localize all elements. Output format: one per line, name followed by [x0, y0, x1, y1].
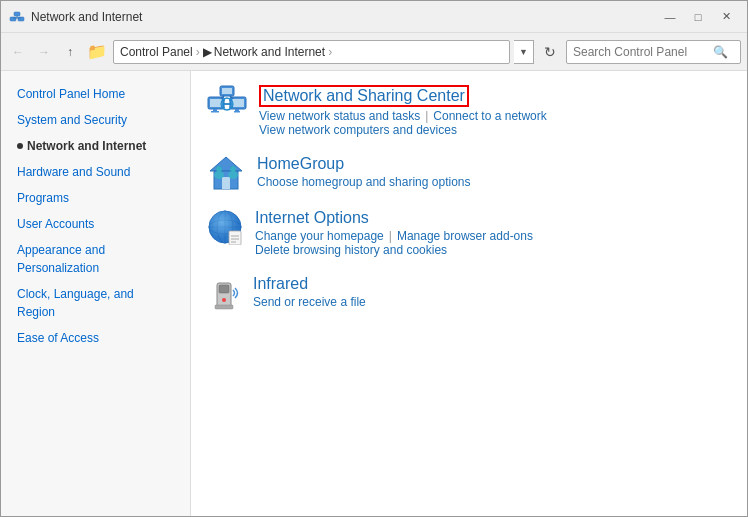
path-control-panel[interactable]: Control Panel — [120, 45, 193, 59]
back-button[interactable]: ← — [7, 41, 29, 63]
window-title: Network and Internet — [31, 10, 657, 24]
search-input[interactable] — [573, 45, 713, 59]
folder-icon: 📁 — [87, 42, 107, 61]
sidebar-item-clock-language[interactable]: Clock, Language, and Region — [1, 281, 190, 325]
svg-rect-7 — [210, 99, 222, 107]
svg-point-43 — [222, 298, 226, 302]
sidebar-item-ease-of-access[interactable]: Ease of Access — [1, 325, 190, 351]
content-area: Network and Sharing Center View network … — [191, 71, 747, 516]
homegroup-title[interactable]: HomeGroup — [257, 155, 344, 173]
svg-rect-42 — [219, 285, 229, 293]
sidebar-item-control-panel-home[interactable]: Control Panel Home — [1, 81, 190, 107]
maximize-button[interactable]: □ — [685, 7, 711, 27]
svg-rect-44 — [215, 305, 233, 309]
network-sharing-center-links: View network status and tasks | Connect … — [259, 109, 731, 123]
window-controls: — □ ✕ — [657, 7, 739, 27]
path-network-internet[interactable]: Network and Internet — [214, 45, 325, 59]
svg-rect-2 — [14, 12, 20, 16]
search-icon[interactable]: 🔍 — [713, 45, 728, 59]
sidebar-item-hardware-and-sound[interactable]: Hardware and Sound — [1, 159, 190, 185]
connect-to-network-link[interactable]: Connect to a network — [433, 109, 546, 123]
internet-options-links: Change your homepage | Manage browser ad… — [255, 229, 731, 243]
homegroup-icon — [207, 155, 245, 191]
network-sharing-center-links2: View network computers and devices — [259, 123, 731, 137]
svg-rect-9 — [211, 111, 219, 113]
delete-browsing-history-link[interactable]: Delete browsing history and cookies — [255, 243, 447, 257]
svg-rect-8 — [213, 109, 217, 111]
svg-point-30 — [228, 171, 238, 179]
main-area: Control Panel Home System and Security N… — [1, 71, 747, 516]
svg-rect-24 — [222, 177, 230, 189]
svg-rect-11 — [232, 99, 244, 107]
view-network-status-link[interactable]: View network status and tasks — [259, 109, 420, 123]
sidebar-item-user-accounts[interactable]: User Accounts — [1, 211, 190, 237]
svg-marker-22 — [210, 157, 242, 171]
minimize-button[interactable]: — — [657, 7, 683, 27]
section-network-sharing-center: Network and Sharing Center View network … — [207, 85, 731, 137]
network-sharing-center-icon — [207, 85, 247, 121]
sidebar-item-programs[interactable]: Programs — [1, 185, 190, 211]
infrared-links: Send or receive a file — [253, 295, 731, 309]
search-box: 🔍 — [566, 40, 741, 64]
network-sharing-center-title[interactable]: Network and Sharing Center — [259, 85, 469, 107]
infrared-body: Infrared Send or receive a file — [253, 275, 731, 309]
infrared-title[interactable]: Infrared — [253, 275, 308, 293]
sidebar-item-appearance[interactable]: Appearance andPersonalization — [1, 237, 190, 281]
window: Network and Internet — □ ✕ ← → ↑ 📁 Contr… — [0, 0, 748, 517]
svg-point-29 — [214, 171, 224, 179]
homegroup-options-link[interactable]: Choose homegroup and sharing options — [257, 175, 470, 189]
up-button[interactable]: ↑ — [59, 41, 81, 63]
internet-options-body: Internet Options Change your homepage | … — [255, 209, 731, 257]
svg-rect-37 — [229, 231, 241, 245]
address-path-box[interactable]: Control Panel › ▶ Network and Internet › — [113, 40, 510, 64]
forward-button[interactable]: → — [33, 41, 55, 63]
refresh-button[interactable]: ↻ — [538, 40, 562, 64]
network-sharing-center-body: Network and Sharing Center View network … — [259, 85, 731, 137]
sidebar: Control Panel Home System and Security N… — [1, 71, 191, 516]
internet-options-icon — [207, 209, 243, 245]
title-bar: Network and Internet — □ ✕ — [1, 1, 747, 33]
address-dropdown-button[interactable]: ▼ — [514, 40, 534, 64]
sidebar-item-network-and-internet: Network and Internet — [1, 133, 190, 159]
manage-addons-link[interactable]: Manage browser add-ons — [397, 229, 533, 243]
internet-options-links2: Delete browsing history and cookies — [255, 243, 731, 257]
sidebar-item-system-and-security[interactable]: System and Security — [1, 107, 190, 133]
close-button[interactable]: ✕ — [713, 7, 739, 27]
infrared-icon — [207, 275, 241, 311]
change-homepage-link[interactable]: Change your homepage — [255, 229, 384, 243]
homegroup-links: Choose homegroup and sharing options — [257, 175, 731, 189]
send-receive-file-link[interactable]: Send or receive a file — [253, 295, 366, 309]
active-bullet — [17, 143, 23, 149]
address-bar: ← → ↑ 📁 Control Panel › ▶ Network and In… — [1, 33, 747, 71]
section-internet-options: Internet Options Change your homepage | … — [207, 209, 731, 257]
svg-rect-15 — [222, 88, 232, 94]
window-icon — [9, 9, 25, 25]
section-infrared: Infrared Send or receive a file — [207, 275, 731, 311]
homegroup-body: HomeGroup Choose homegroup and sharing o… — [257, 155, 731, 189]
svg-rect-13 — [234, 111, 240, 113]
view-network-computers-link[interactable]: View network computers and devices — [259, 123, 457, 137]
path-cursor: ▶ — [203, 45, 212, 59]
section-homegroup: HomeGroup Choose homegroup and sharing o… — [207, 155, 731, 191]
internet-options-title[interactable]: Internet Options — [255, 209, 369, 227]
svg-rect-12 — [235, 109, 239, 111]
